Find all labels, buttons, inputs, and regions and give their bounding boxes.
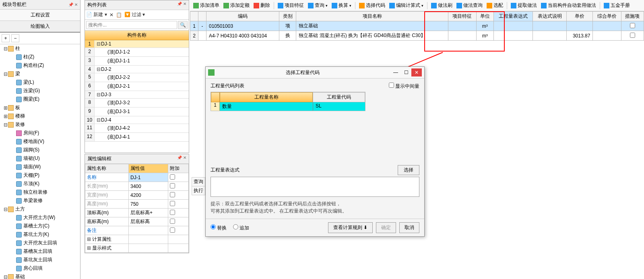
toolbar-提取做法[interactable]: 提取做法 (509, 1, 539, 10)
tree-item[interactable]: ⊞楼梯 (0, 112, 80, 120)
component-row[interactable]: 1⊟ DJ-1 (85, 40, 189, 48)
tree-item[interactable]: 天棚(P) (0, 171, 80, 180)
component-row[interactable]: 4⊟ DJ-2 (85, 66, 189, 73)
pin-icon[interactable]: 📌 ✕ (177, 2, 186, 8)
pin-icon[interactable]: 📌 ✕ (177, 155, 186, 162)
radio-append[interactable] (233, 224, 238, 229)
toolbar-添加定额[interactable]: 添加定额 (222, 1, 251, 10)
toolbar-项目特征[interactable]: 项目特征 (276, 1, 305, 10)
maximize-button[interactable]: ☐ (401, 68, 411, 76)
main-col-header[interactable] (198, 12, 206, 21)
expr-textarea[interactable] (211, 177, 419, 197)
tree-item[interactable]: ⊞板 (0, 103, 80, 112)
search-button[interactable]: 🔍 (178, 21, 188, 29)
main-table[interactable]: 编码类别项目名称项目特征单位工程量表达式表达式说明单价综合单价措施项1-0105… (190, 11, 644, 41)
tab-drawing-input[interactable]: 绘图输入 (0, 21, 80, 33)
property-row[interactable]: ⊞ 显示样式 (85, 244, 189, 253)
close-button[interactable]: ✕ (411, 68, 422, 76)
component-row[interactable]: 2(顶)DJ-1-2 (85, 48, 189, 57)
tree-item[interactable]: 单梁装修 (0, 196, 80, 205)
tree-item[interactable]: 墙面(W) (0, 163, 80, 171)
nav-add-button[interactable]: + (2, 34, 10, 42)
table-row[interactable]: 2A4-7 H04310 4003 043104换独立基础 混凝土(碎石) 换为… (190, 31, 644, 41)
property-row[interactable]: 长度(mm)3400 (85, 182, 189, 191)
toolbar-选择代码[interactable]: 选择代码 (357, 1, 387, 10)
tree-item[interactable]: 基坑土方(K) (0, 230, 80, 239)
toolbar-添加清单[interactable]: 添加清单 (192, 1, 221, 10)
tree-item[interactable]: 构造柱(Z) (0, 61, 80, 70)
tree-item[interactable]: 独立柱装修 (0, 188, 80, 196)
tree-item[interactable]: ⊟土方 (0, 205, 80, 213)
query-label[interactable]: 查询 (192, 177, 205, 186)
toolbar-做法刷[interactable]: 做法刷 (429, 1, 454, 10)
main-col-header[interactable]: 项目特征 (448, 12, 476, 21)
tree-item[interactable]: ⊟装修 (0, 120, 80, 129)
toolbar-编辑计算式[interactable]: 编辑计算式 ▾ (388, 1, 425, 10)
filter-button[interactable]: 🔽 过滤 ▾ (124, 11, 145, 18)
nav-tree[interactable]: ⊟柱柱(Z)构造柱(Z)⊟梁梁(L)连梁(G)圈梁(E)⊞板⊞楼梯⊟装修房间(F… (0, 44, 80, 279)
pin-icon[interactable]: 📌 ✕ (68, 2, 78, 7)
toolbar-做法查询[interactable]: 做法查询 (455, 1, 484, 10)
property-row[interactable]: 底标高(m)层底标高 (85, 217, 189, 226)
view-rule-button[interactable]: 查看计算规则 ⬇ (328, 222, 373, 233)
radio-replace[interactable] (211, 224, 216, 229)
main-col-header[interactable]: 类别 (279, 12, 296, 21)
cancel-button[interactable]: 取消 (399, 222, 419, 233)
tree-item[interactable]: 圈梁(E) (0, 95, 80, 103)
toolbar-换算[interactable]: 换算 ▾ (330, 1, 353, 10)
nav-remove-button[interactable]: − (11, 34, 19, 42)
tree-item[interactable]: 房间(F) (0, 129, 80, 137)
main-col-header[interactable]: 项目名称 (296, 12, 448, 21)
mode-radio-group[interactable]: 替换 追加 (211, 224, 254, 231)
exec-label[interactable]: 执行 (192, 186, 205, 195)
main-col-header[interactable]: 工程量表达式 (493, 12, 533, 21)
property-row[interactable]: 备注 (85, 226, 189, 235)
toolbar-删除[interactable]: 删除 (252, 1, 272, 10)
property-row[interactable]: 高度(mm)750 (85, 200, 189, 209)
tree-item[interactable]: ⊟柱 (0, 44, 80, 53)
code-table[interactable]: 工程量名称 工程量代码 1数量SL (211, 92, 365, 111)
show-mid-checkbox[interactable]: 显示中间量 (389, 83, 419, 90)
tree-item[interactable]: 大开挖灰土回填 (0, 239, 80, 247)
main-col-header[interactable]: 单价 (567, 12, 593, 21)
tree-item[interactable]: 大开挖土方(W) (0, 213, 80, 222)
toolbar-选配[interactable]: 选配 (485, 1, 505, 10)
component-row[interactable]: 11(顶)DJ-4-2 (85, 124, 189, 133)
tree-item[interactable]: 柱(Z) (0, 53, 80, 61)
tree-item[interactable]: 基槽土方(C) (0, 222, 80, 230)
component-row[interactable]: 8(顶)DJ-3-2 (85, 99, 189, 107)
component-row[interactable]: 3(底)DJ-1-1 (85, 57, 189, 66)
minimize-button[interactable]: — (390, 68, 401, 76)
tree-item[interactable]: 基槽灰土回填 (0, 247, 80, 256)
property-row[interactable]: ⊞ 计算属性 (85, 235, 189, 244)
search-input[interactable] (86, 21, 177, 29)
table-row[interactable]: 1-010501003项独立基础m³ (190, 21, 644, 31)
code-row[interactable]: 1数量SL (211, 102, 365, 111)
tree-item[interactable]: 墙裙(U) (0, 154, 80, 163)
main-col-header[interactable]: 措施项 (621, 12, 644, 21)
main-col-header[interactable]: 编码 (206, 12, 279, 21)
main-col-header[interactable]: 表达式说明 (533, 12, 567, 21)
copy-icon[interactable]: 📋 (116, 12, 122, 18)
main-col-header[interactable]: 综合单价 (593, 12, 621, 21)
property-row[interactable]: 宽度(mm)4200 (85, 191, 189, 200)
tree-item[interactable]: 踢脚(S) (0, 146, 80, 154)
property-table[interactable]: 属性名称属性值附加名称DJ-1长度(mm)3400宽度(mm)4200高度(mm… (85, 164, 189, 253)
component-row[interactable]: 5(顶)DJ-2-2 (85, 73, 189, 82)
dialog-titlebar[interactable]: 选择工程量代码 — ☐ ✕ (206, 67, 424, 79)
property-row[interactable]: 顶标高(m)层底标高+ (85, 209, 189, 217)
component-row[interactable]: 6(底)DJ-2-1 (85, 82, 189, 91)
component-row[interactable]: 7⊟ DJ-3 (85, 91, 189, 99)
tree-item[interactable]: ⊟梁 (0, 70, 80, 78)
property-row[interactable]: 名称DJ-1 (85, 173, 189, 182)
toolbar-当前构件自动套用做法[interactable]: 当前构件自动套用做法 (539, 1, 598, 10)
component-row[interactable]: 10⊟ DJ-4 (85, 116, 189, 124)
tree-item[interactable]: 连梁(G) (0, 87, 80, 95)
delete-icon[interactable]: ✕ (109, 12, 114, 18)
select-button[interactable]: 选择 (398, 165, 419, 175)
component-row[interactable]: 9(底)DJ-3-1 (85, 107, 189, 116)
tree-item[interactable]: 楼地面(V) (0, 137, 80, 146)
tree-item[interactable]: 吊顶(K) (0, 180, 80, 188)
main-col-header[interactable] (190, 12, 198, 21)
component-list[interactable]: 1⊟ DJ-12(顶)DJ-1-23(底)DJ-1-14⊟ DJ-25(顶)DJ… (85, 40, 189, 142)
